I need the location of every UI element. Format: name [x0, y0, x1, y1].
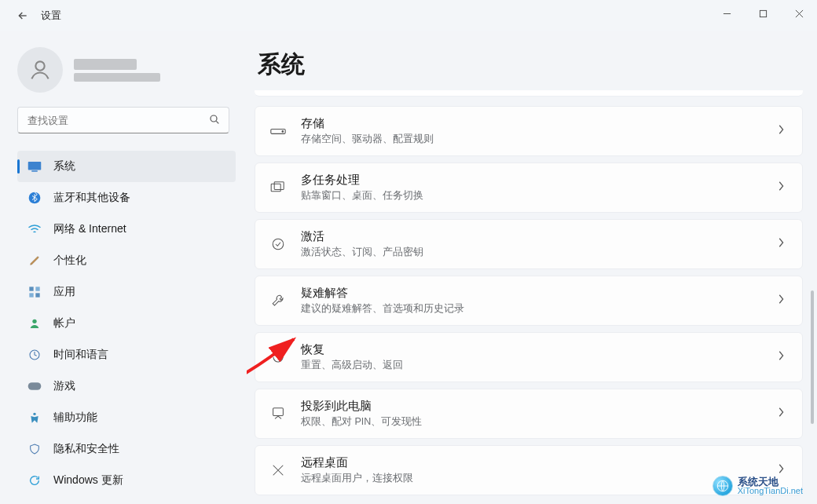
card-subtitle: 重置、高级启动、返回	[301, 359, 777, 372]
svg-point-17	[33, 413, 35, 415]
card-subtitle: 远程桌面用户，连接权限	[301, 472, 777, 485]
svg-point-22	[273, 239, 284, 250]
apps-icon	[27, 284, 42, 300]
svg-rect-12	[29, 293, 33, 297]
svg-rect-10	[29, 287, 33, 290]
sidebar-item-label: 应用	[53, 285, 75, 299]
close-button[interactable]	[781, 0, 817, 27]
system-item-troubleshoot[interactable]: 疑难解答 建议的疑难解答、首选项和历史记录	[255, 276, 803, 326]
chevron-right-icon	[777, 350, 785, 364]
sidebar-item-label: 个性化	[53, 254, 86, 268]
chevron-right-icon	[777, 407, 785, 421]
sidebar-item-personalization[interactable]: 个性化	[17, 245, 236, 276]
nav-list: 系统 蓝牙和其他设备 网络 & Internet	[17, 151, 236, 496]
title-bar: 设置	[0, 0, 817, 31]
sidebar-item-label: 隐私和安全性	[53, 442, 119, 456]
bluetooth-icon	[27, 190, 42, 206]
watermark-globe-icon	[713, 476, 733, 496]
update-icon	[27, 473, 42, 488]
svg-point-4	[35, 61, 44, 70]
avatar	[17, 47, 63, 93]
svg-rect-11	[35, 287, 39, 290]
system-item-multitasking[interactable]: 多任务处理 贴靠窗口、桌面、任务切换	[255, 163, 803, 213]
chevron-right-icon	[777, 237, 785, 251]
card-title: 投影到此电脑	[301, 399, 777, 414]
svg-line-6	[216, 121, 218, 123]
card-subtitle: 激活状态、订阅、产品密钥	[301, 246, 777, 259]
brush-icon	[27, 253, 42, 268]
page-title: 系统	[255, 49, 803, 81]
svg-rect-7	[28, 162, 42, 170]
minimize-button[interactable]	[709, 0, 745, 27]
remote-icon	[269, 463, 287, 477]
card-title: 远程桌面	[301, 455, 777, 470]
sidebar-item-network[interactable]: 网络 & Internet	[17, 214, 236, 245]
watermark-text-2: XiTongTianDi.net	[738, 487, 803, 495]
sidebar-item-apps[interactable]: 应用	[17, 276, 236, 308]
gaming-icon	[27, 378, 42, 394]
search-input[interactable]	[17, 107, 229, 133]
sidebar-item-label: 辅助功能	[53, 411, 97, 425]
recovery-icon	[269, 350, 287, 364]
sidebar-item-label: 游戏	[53, 379, 75, 393]
sidebar-item-accounts[interactable]: 帐户	[17, 308, 236, 339]
card-subtitle: 存储空间、驱动器、配置规则	[301, 133, 777, 146]
sidebar-item-label: 蓝牙和其他设备	[53, 191, 130, 205]
main-pane: 系统 存储 存储空间、驱动器、配置规则 多任务处理 贴靠窗口、桌面、任务	[247, 31, 817, 504]
activation-icon	[269, 237, 287, 251]
sidebar-item-windows-update[interactable]: Windows 更新	[17, 465, 236, 496]
sidebar-item-label: Windows 更新	[53, 473, 123, 488]
card-subtitle: 贴靠窗口、桌面、任务切换	[301, 189, 777, 203]
clock-globe-icon	[27, 347, 42, 363]
svg-rect-13	[35, 293, 39, 297]
system-item-recovery[interactable]: 恢复 重置、高级启动、返回	[255, 332, 803, 382]
scrollbar-thumb[interactable]	[811, 290, 814, 424]
person-icon	[27, 316, 42, 331]
storage-icon	[269, 126, 287, 136]
svg-rect-8	[31, 170, 38, 172]
top-divider	[255, 90, 803, 97]
search-icon	[208, 113, 221, 129]
svg-rect-21	[274, 182, 284, 190]
sidebar-item-time-language[interactable]: 时间和语言	[17, 339, 236, 371]
svg-rect-20	[271, 184, 280, 192]
card-title: 多任务处理	[301, 173, 777, 188]
sidebar: 系统 蓝牙和其他设备 网络 & Internet	[0, 31, 247, 504]
project-icon	[269, 407, 287, 420]
svg-rect-1	[760, 10, 766, 16]
chevron-right-icon	[777, 294, 785, 308]
system-item-storage[interactable]: 存储 存储空间、驱动器、配置规则	[255, 106, 803, 156]
card-title: 激活	[301, 229, 777, 244]
svg-point-19	[282, 131, 284, 133]
svg-rect-16	[28, 382, 42, 390]
search-container	[17, 107, 229, 133]
profile-block[interactable]	[17, 47, 236, 93]
multitask-icon	[269, 181, 287, 194]
card-title: 恢复	[301, 342, 777, 357]
sidebar-item-label: 网络 & Internet	[53, 222, 126, 236]
card-subtitle: 建议的疑难解答、首选项和历史记录	[301, 302, 777, 316]
sidebar-item-privacy[interactable]: 隐私和安全性	[17, 433, 236, 465]
svg-point-14	[32, 320, 36, 323]
maximize-button[interactable]	[745, 0, 781, 27]
card-subtitle: 权限、配对 PIN、可发现性	[301, 415, 777, 429]
scrollbar-track[interactable]	[809, 126, 814, 493]
chevron-right-icon	[777, 181, 785, 195]
system-item-project[interactable]: 投影到此电脑 权限、配对 PIN、可发现性	[255, 389, 803, 439]
sidebar-item-system[interactable]: 系统	[17, 151, 236, 182]
svg-point-5	[211, 115, 217, 122]
card-title: 疑难解答	[301, 286, 777, 301]
accessibility-icon	[27, 410, 42, 425]
sidebar-item-label: 帐户	[53, 316, 75, 331]
sidebar-item-accessibility[interactable]: 辅助功能	[17, 402, 236, 433]
sidebar-item-label: 时间和语言	[53, 348, 108, 362]
shield-icon	[27, 441, 42, 457]
system-item-activation[interactable]: 激活 激活状态、订阅、产品密钥	[255, 219, 803, 269]
display-icon	[27, 159, 42, 174]
sidebar-item-bluetooth[interactable]: 蓝牙和其他设备	[17, 182, 236, 214]
sidebar-item-gaming[interactable]: 游戏	[17, 371, 236, 402]
back-button[interactable]	[14, 7, 31, 24]
card-title: 存储	[301, 116, 777, 131]
wrench-icon	[269, 294, 287, 308]
wifi-icon	[27, 221, 42, 237]
